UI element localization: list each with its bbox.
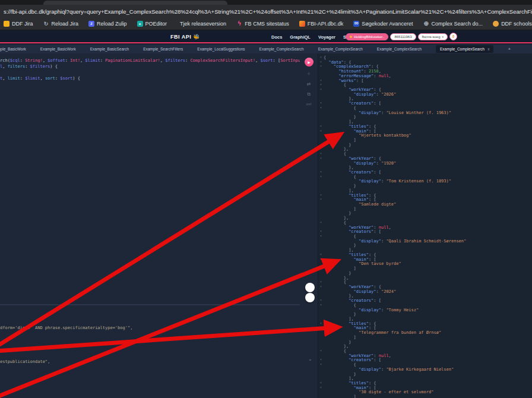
floating-widget-bottom[interactable] [305,293,315,302]
fold-arrow-icon[interactable]: ▾ [318,87,324,92]
fold-arrow-icon[interactable]: ▾ [318,60,324,65]
json-line: ▾ "creators": [ [318,170,532,175]
json-text: "display": "2024" [324,289,396,294]
bookmark-item[interactable]: ⊕Complex Search do... [423,21,483,27]
bookmark-item[interactable]: DDSøgekoder Avanceret [353,21,413,27]
query-editor[interactable]: rch($cql: String!, $offset: Int!, $limit… [0,53,300,398]
fold-gutter [318,69,324,74]
fold-arrow-icon[interactable]: ▾ [318,303,324,308]
fold-arrow-icon[interactable]: ▾ [318,326,324,330]
fold-gutter [318,202,324,207]
prettify-icon[interactable]: ✧ [307,72,311,77]
fold-arrow-icon[interactable]: ▾ [318,78,324,83]
variables-divider[interactable] [0,304,300,305]
fold-arrow-icon[interactable]: ▾ [318,170,324,175]
fold-gutter [318,188,324,193]
bookmark-item[interactable]: ↻Reload Jira [43,21,79,27]
tab-close-icon[interactable]: x [487,47,489,51]
fold-arrow-icon[interactable]: ▾ [318,358,324,362]
json-text: "complexSearch": { [324,64,379,69]
fold-arrow-icon[interactable]: ▾ [318,381,324,386]
fold-arrow-icon[interactable]: ▾ [318,151,324,156]
fold-arrow-icon[interactable]: ▾ [318,234,324,239]
fold-arrow-icon[interactable]: ▾ [318,197,324,202]
code-line: rch($cql: String!, $offset: Int!, $limit… [0,58,300,63]
profile-select-pill[interactable]: fbcms-soeg ▾ [418,33,448,40]
fold-arrow-icon[interactable]: ▾ [318,106,324,110]
json-line: "30 digte - efter et selvmord" [318,390,532,394]
json-text: "titles": { [324,252,376,257]
bookmark-item[interactable]: DDF schoolsite [493,21,532,27]
execute-button[interactable]: ▶ [305,58,314,67]
merge-icon[interactable]: ⇄ [307,82,311,87]
clear-button[interactable]: ⚱ [449,33,457,40]
query-tab[interactable]: Example_LocalSuggestions [197,47,245,51]
fold-gutter [318,216,324,220]
fold-arrow-icon[interactable]: ▾ [318,349,324,353]
fold-gutter [318,340,324,345]
json-text: } [324,143,351,147]
fold-arrow-icon[interactable]: ▾ [318,220,324,225]
variables-collapse-icon[interactable]: ⌄ [308,357,312,362]
fold-gutter [318,353,324,358]
fold-arrow-icon[interactable]: ▾ [318,298,324,303]
query-tab[interactable]: Example_BasicWork [0,47,26,51]
json-line: }, [318,293,532,298]
fold-arrow-icon[interactable]: ▾ [318,362,324,367]
bee-icon: 🐝 [193,34,200,40]
nav-link-graphiql[interactable]: GraphiQL [290,34,311,40]
json-line: } [318,243,532,248]
json-line: "workYear": null, [318,353,532,358]
fold-gutter [318,147,324,151]
fold-arrow-icon[interactable]: ▾ [318,64,324,69]
json-line: ▾ "creators": [ [318,229,532,234]
query-tab[interactable]: Example_ComplexSearch [318,47,363,51]
copy-icon[interactable]: ⧉ [307,92,311,97]
fold-arrow-icon[interactable]: ▾ [318,101,324,106]
query-tab[interactable]: Example_SearchFilters [143,47,183,51]
floating-widget-top[interactable] [305,283,315,292]
fold-gutter [318,390,324,394]
add-tab-button[interactable]: + [508,46,511,52]
query-tab[interactable]: Example_BasicWork [40,47,76,51]
query-tab[interactable]: Example_ComplexSearchx [436,45,493,53]
fold-arrow-icon[interactable]: ▾ [318,321,324,326]
json-line: ▾ "data": { [318,60,532,65]
fold-arrow-icon[interactable]: ▾ [318,83,324,87]
fold-gutter [318,143,324,147]
bookmark-item[interactable]: Tjek releaseversion [177,21,226,27]
nav-link-docs[interactable]: Docs [271,34,282,40]
json-line: "display": "Louise Winther (f. 1963)" [318,110,532,115]
json-text: } [324,243,356,248]
query-tab[interactable]: Example_ComplexSearch [259,47,304,51]
fold-arrow-icon[interactable]: ▾ [318,252,324,257]
address-bar[interactable]: s://fbi-api.dbc.dk/graphiql?query=query+… [0,5,532,18]
json-text: { [324,175,356,179]
bookmark-label: FB CMS sitestatus [245,21,289,27]
fold-arrow-icon[interactable]: ▾ [318,386,324,390]
query-tab[interactable]: Example_BasicSearch [90,47,129,51]
curl-button[interactable]: curl [306,102,312,106]
fold-arrow-icon[interactable]: ▾ [318,55,324,60]
json-line: } [318,340,532,345]
search-profile-pill[interactable]: HoldingBiblioteker.. [346,33,388,40]
fold-arrow-icon[interactable]: ▾ [318,124,324,129]
fold-arrow-icon[interactable]: ▾ [318,257,324,262]
bookmark-label: DDF Jira [12,21,33,27]
browser-active-tab[interactable] [43,1,227,5]
fold-arrow-icon[interactable]: ▾ [318,285,324,289]
bookmark-item[interactable]: DDF Jira [4,21,33,27]
fold-arrow-icon[interactable]: ▾ [318,193,324,198]
fold-arrow-icon[interactable]: ▾ [318,175,324,179]
fold-arrow-icon[interactable]: ▾ [318,280,324,285]
bookmark-item[interactable]: ϟFB CMS sitestatus [236,21,289,27]
fold-arrow-icon[interactable]: ▾ [318,129,324,134]
bookmark-item[interactable]: ePOEditor [137,21,167,27]
agency-pill[interactable]: 865111963 [390,33,416,40]
fold-arrow-icon[interactable]: ▾ [318,229,324,234]
query-tab[interactable]: Example_ComplexSearch [377,47,422,51]
bookmark-item[interactable]: ZReload Zulip [88,21,127,27]
fold-arrow-icon[interactable]: ▾ [318,156,324,161]
nav-link-voyager[interactable]: Voyager [318,34,335,40]
bookmark-item[interactable]: FBI-API.dbc.dk [299,21,344,27]
